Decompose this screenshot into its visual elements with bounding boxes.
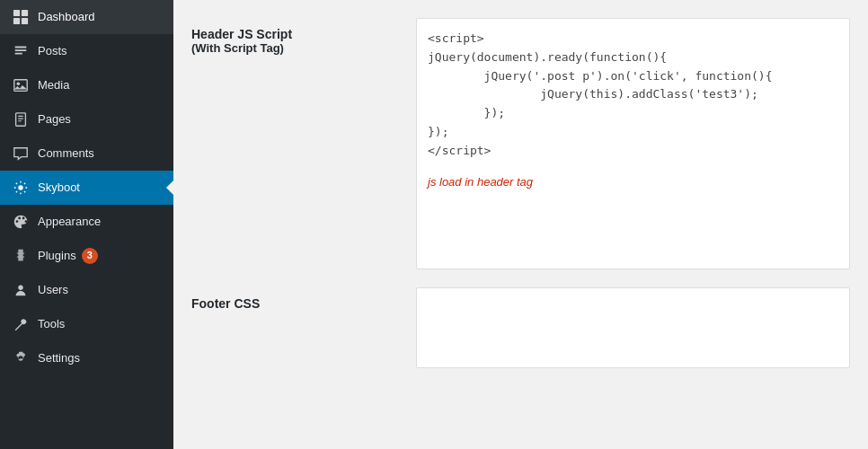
svg-rect-3 [22, 18, 28, 24]
sidebar-item-plugins[interactable]: Plugins 3 [0, 239, 173, 273]
sidebar-item-label: Pages [38, 111, 71, 128]
media-icon [11, 75, 31, 95]
sidebar-item-label: Comments [38, 145, 94, 162]
plugins-icon [11, 246, 31, 266]
sidebar-item-media[interactable]: Media [0, 68, 173, 102]
pages-icon [11, 110, 31, 129]
sidebar-item-tools[interactable]: Tools [0, 307, 173, 341]
sidebar-item-label: Skyboot [38, 180, 80, 196]
sidebar-item-label: Appearance [38, 214, 101, 230]
sidebar-item-skyboot[interactable]: Skyboot [0, 171, 173, 205]
appearance-icon [11, 212, 31, 232]
sidebar: Dashboard Posts Media Pages Comments Sky… [0, 0, 173, 449]
header-js-section: Header JS Script (With Script Tag) <scri… [191, 18, 850, 269]
sidebar-item-posts[interactable]: Posts [0, 34, 173, 68]
sidebar-item-label: Posts [38, 43, 67, 59]
sidebar-item-label: Settings [38, 350, 80, 366]
footer-css-label-title: Footer CSS [191, 296, 416, 311]
main-content: Header JS Script (With Script Tag) <scri… [173, 0, 868, 449]
svg-rect-6 [16, 113, 26, 126]
users-icon [11, 280, 31, 300]
sidebar-item-label: Plugins [38, 248, 76, 264]
tools-icon [11, 314, 31, 334]
sidebar-item-settings[interactable]: Settings [0, 341, 173, 375]
header-js-label-title: Header JS Script [191, 27, 416, 41]
svg-point-7 [18, 185, 22, 189]
sidebar-item-label: Users [38, 282, 68, 298]
svg-rect-0 [13, 10, 20, 16]
header-js-label: Header JS Script (With Script Tag) [191, 18, 416, 55]
header-js-note: js load in header tag [428, 175, 838, 189]
sidebar-item-pages[interactable]: Pages [0, 102, 173, 136]
dashboard-icon [11, 7, 31, 27]
sidebar-item-label: Media [38, 77, 69, 93]
comments-icon [11, 144, 31, 163]
header-js-code-block[interactable]: <script> jQuery(document).ready(function… [416, 18, 850, 269]
sidebar-item-label: Tools [38, 316, 65, 332]
settings-icon [11, 348, 31, 368]
footer-css-label: Footer CSS [191, 287, 416, 311]
sidebar-item-dashboard[interactable]: Dashboard [0, 0, 173, 34]
plugins-badge: 3 [82, 248, 98, 263]
skyboot-icon [11, 178, 31, 198]
sidebar-item-users[interactable]: Users [0, 273, 173, 307]
header-js-label-sub: (With Script Tag) [191, 41, 416, 55]
sidebar-item-label: Dashboard [38, 9, 95, 25]
sidebar-item-appearance[interactable]: Appearance [0, 205, 173, 239]
sidebar-item-comments[interactable]: Comments [0, 136, 173, 171]
svg-point-5 [17, 82, 21, 85]
header-js-code: <script> jQuery(document).ready(function… [428, 30, 838, 161]
svg-point-8 [18, 286, 22, 290]
posts-icon [11, 41, 31, 61]
footer-css-section: Footer CSS [191, 287, 850, 368]
svg-rect-2 [13, 18, 20, 24]
svg-rect-1 [22, 10, 28, 16]
footer-css-content[interactable] [416, 287, 850, 368]
